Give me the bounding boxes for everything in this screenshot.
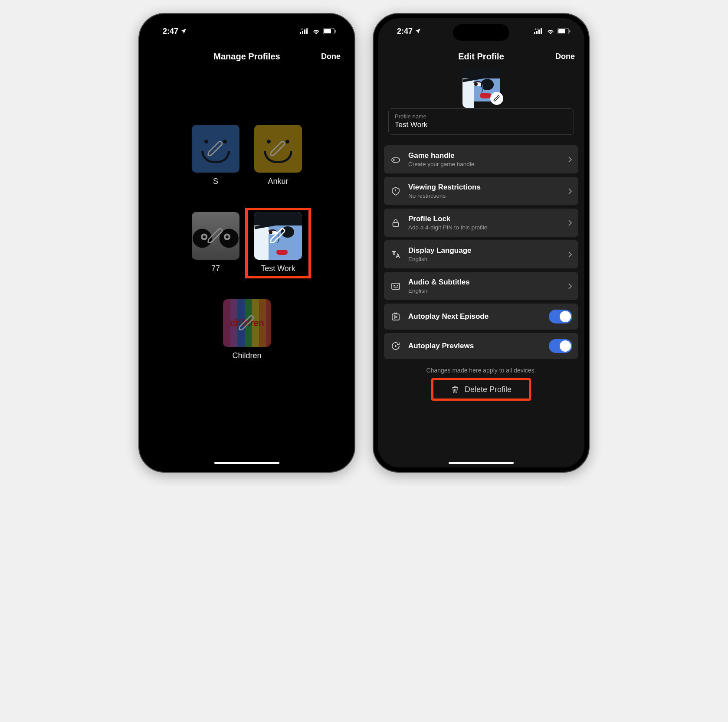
row-display-language[interactable]: Display Language English [384, 240, 578, 268]
page-title: Manage Profiles [213, 52, 280, 62]
lock-icon [390, 218, 401, 228]
gamepad-icon [390, 154, 401, 165]
svg-point-7 [306, 29, 307, 29]
svg-rect-17 [534, 32, 535, 34]
children-logo: children [230, 317, 264, 329]
chevron-right-icon [568, 156, 572, 163]
footnote: Changes made here apply to all devices. [378, 367, 584, 374]
profile-label: Ankur [268, 177, 288, 186]
delete-label: Delete Profile [465, 385, 512, 394]
wifi-icon [546, 28, 555, 34]
row-viewing-restrictions[interactable]: Viewing Restrictions No restrictions [384, 177, 578, 205]
row-subtitle: No restrictions [408, 193, 561, 199]
battery-icon [323, 28, 336, 34]
done-button[interactable]: Done [555, 52, 575, 61]
edit-avatar-icon[interactable] [490, 92, 503, 105]
toggle-autoplay-next[interactable] [549, 310, 572, 323]
row-title: Audio & Subtitles [408, 278, 561, 287]
profile-children[interactable]: children Children [223, 299, 271, 360]
svg-rect-27 [569, 30, 571, 33]
cellular-icon [534, 28, 544, 34]
pencil-icon [192, 125, 239, 173]
chevron-right-icon [568, 188, 572, 195]
svg-point-22 [537, 29, 538, 29]
home-indicator[interactable] [449, 462, 514, 464]
row-subtitle: English [408, 287, 561, 294]
row-game-handle[interactable]: Game handle Create your game handle [384, 145, 578, 173]
profile-avatar[interactable] [462, 69, 500, 101]
svg-rect-29 [393, 222, 399, 226]
svg-point-24 [540, 29, 541, 29]
svg-rect-26 [558, 29, 565, 33]
header: Edit Profile Done [378, 44, 584, 69]
svg-point-15 [203, 235, 206, 238]
subtitles-icon [390, 281, 401, 291]
header: Manage Profiles Done [144, 44, 350, 69]
home-indicator[interactable] [214, 462, 279, 464]
profile-ankur[interactable]: Ankur [252, 125, 304, 186]
profile-label: Children [232, 351, 261, 360]
row-title: Autoplay Next Episode [408, 312, 542, 321]
row-title: Viewing Restrictions [408, 183, 561, 192]
row-title: Profile Lock [408, 215, 561, 223]
svg-rect-28 [392, 158, 400, 162]
trash-icon [451, 385, 459, 394]
svg-point-16 [226, 235, 229, 238]
profile-s[interactable]: S [190, 125, 242, 186]
svg-point-23 [538, 29, 539, 29]
chevron-right-icon [568, 219, 572, 226]
svg-rect-18 [536, 31, 538, 34]
done-button[interactable]: Done [321, 52, 341, 61]
profile-label: Test Work [261, 264, 295, 273]
profile-label: S [213, 177, 218, 186]
refresh-play-icon [390, 341, 401, 351]
row-audio-subtitles[interactable]: Audio & Subtitles English [384, 272, 578, 300]
profile-name-field[interactable]: Profile name Test Work [388, 108, 574, 135]
row-profile-lock[interactable]: Profile Lock Add a 4-digit PIN to this p… [384, 209, 578, 237]
pencil-icon [254, 125, 302, 173]
status-time: 2:47 [163, 27, 178, 36]
location-icon [414, 28, 421, 35]
profiles-grid: S Ankur [144, 125, 350, 360]
svg-rect-1 [302, 31, 303, 34]
row-title: Autoplay Previews [408, 342, 542, 350]
chevron-right-icon [568, 283, 572, 290]
svg-rect-10 [335, 30, 336, 33]
settings-list: Game handle Create your game handle View… [378, 145, 584, 359]
svg-rect-30 [392, 283, 400, 289]
row-title: Game handle [408, 151, 561, 160]
field-value: Test Work [395, 121, 567, 129]
cellular-icon [300, 28, 309, 34]
row-subtitle: English [408, 256, 561, 262]
profile-test-work[interactable]: Test Work [245, 208, 311, 278]
phone-left: 2:47 Manage Profiles Done [138, 13, 355, 473]
language-icon [390, 249, 401, 260]
profile-77[interactable]: 77 [190, 212, 242, 273]
phone-right: 2:47 Edit Profile Done [373, 13, 590, 473]
svg-point-4 [301, 29, 302, 29]
svg-point-21 [535, 29, 536, 29]
dynamic-island [219, 24, 275, 41]
location-icon [180, 28, 187, 35]
status-time: 2:47 [397, 27, 413, 36]
row-subtitle: Create your game handle [408, 161, 561, 167]
row-subtitle: Add a 4-digit PIN to this profile [408, 224, 561, 231]
svg-point-5 [302, 29, 303, 29]
profile-label: 77 [211, 264, 220, 273]
dynamic-island [453, 24, 509, 41]
wifi-icon [312, 28, 321, 34]
delete-profile-button[interactable]: Delete Profile [431, 378, 531, 401]
panda-icon [192, 212, 239, 260]
row-title: Display Language [408, 246, 561, 255]
svg-rect-2 [304, 29, 305, 34]
next-episode-icon [390, 311, 401, 322]
svg-rect-19 [538, 29, 540, 34]
svg-rect-31 [392, 314, 399, 320]
toggle-autoplay-previews[interactable] [549, 339, 572, 353]
row-autoplay-next: Autoplay Next Episode [384, 304, 578, 330]
svg-rect-9 [324, 29, 331, 33]
svg-rect-0 [300, 32, 301, 34]
battery-icon [557, 28, 571, 34]
page-title: Edit Profile [458, 52, 504, 62]
chevron-right-icon [568, 251, 572, 258]
